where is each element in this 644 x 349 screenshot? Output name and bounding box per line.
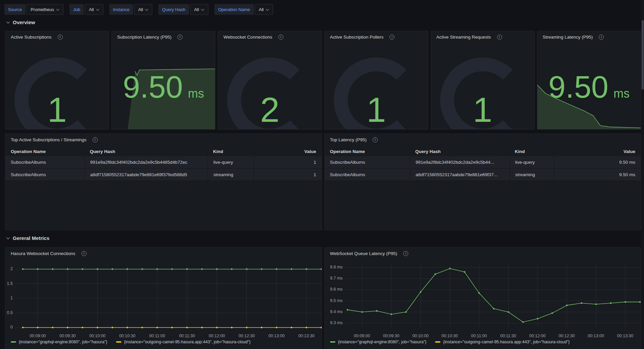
x-axis-tick-label: 00:11:30 [174,334,201,338]
info-icon[interactable] [82,251,87,256]
tables-row: Top Active Subscriptions / Streamings Op… [5,134,641,230]
y-axis-tick-label: 9.4 ms [325,309,343,314]
legend-item[interactable]: {instance="outgoing-camel-95.hasura.app:… [435,340,570,344]
y-axis-tick-label: 9.7 ms [325,276,343,281]
info-icon[interactable] [58,35,63,40]
chart-plot [345,263,641,332]
chart-plot [15,263,322,332]
legend-dash-icon [330,341,335,343]
gauge-value: 1 [325,92,428,127]
filter-label-query-hash: Query Hash [158,4,189,15]
legend-label: {instance="outgoing-camel-95.hasura.app:… [124,340,251,344]
legend-label: {instance="graphql-engine:8080", job="ha… [19,340,107,344]
cell-query-hash: a8df71580552317aabde79e881e69f37... [410,168,509,181]
section-header-general-metrics[interactable]: Gereral Metrics [7,235,49,241]
x-axis-tick-label: 00:10:00 [84,334,111,338]
info-icon[interactable] [373,137,378,142]
x-axis-tick-label: 00:09:30 [378,334,405,338]
panel-websocket-queue-latency: WebSocket Queue Latency (P95) {instance=… [324,247,641,349]
info-icon[interactable] [497,35,502,40]
x-axis-tick-label: 00:11:00 [144,334,171,338]
table-row: SubscribeAlbums 991e9a2f8dc34f402bdc2da2… [5,156,322,168]
section-header-overview[interactable]: Overview [7,19,35,25]
info-icon[interactable] [93,137,98,142]
y-axis-tick-label: 1.5 [5,281,13,286]
panel-subscription-latency: Subscription Latency (P95) 9.50 ms [111,31,215,130]
cell-query-hash: 991e9a2f8dc34f402bdc2da2e9c5b4485d4b72ec [85,156,208,168]
panel-title: Active Subscriptions [11,35,52,40]
table: Operation Name Query Hash Kind Value Sub… [5,147,322,181]
table: Operation Name Query Hash Kind Value Sub… [325,147,641,181]
info-icon[interactable] [278,35,283,40]
cell-value: 1 [254,168,322,181]
column-header-operation-name[interactable]: Operation Name [5,149,85,154]
panel-active-subscription-pollers: Active Subscription Pollers 1 [324,31,428,130]
panel-top-active-subscriptions: Top Active Subscriptions / Streamings Op… [5,134,322,230]
column-header-operation-name[interactable]: Operation Name [325,149,410,154]
x-axis-tick-label: 00:09:30 [54,334,81,338]
y-axis-tick-label: 0 [5,325,13,330]
cell-kind: live-query [208,156,254,168]
x-axis-tick-label: 00:12:00 [524,334,551,338]
legend-item[interactable]: {instance="outgoing-camel-95.hasura.app:… [116,340,251,344]
y-axis-tick-label: 9.8 ms [325,265,343,269]
filter-group-source: Source Prometheus [4,4,63,15]
panel-streaming-latency: Streaming Latency (P95) 9.50 ms [537,31,641,130]
legend-label: {instance="outgoing-camel-95.hasura.app:… [443,340,570,344]
cell-query-hash: a8df71580552317aabde79e881e69f37fed588d5 [85,168,208,181]
column-header-kind[interactable]: Kind [208,149,254,154]
info-icon[interactable] [389,35,394,40]
column-header-value[interactable]: Value [254,149,322,154]
panel-title: WebSocket Queue Latency (P95) [330,251,397,256]
grafana-dashboard: Source Prometheus Job All Instance All Q… [0,0,644,349]
filter-value-operation-name: All [259,7,264,12]
overview-panel-row: Active Subscriptions 1 Subscription Late… [5,31,641,130]
cell-operation-name: SubscribeAlbums [325,168,410,181]
legend-dash-icon [116,341,121,343]
filter-value-query-hash: All [194,7,199,12]
x-axis-tick-label: 00:10:30 [436,334,463,338]
chevron-down-icon [266,7,269,11]
column-header-value[interactable]: Value [554,149,641,154]
x-axis-tick-label: 00:13:00 [263,334,290,338]
info-icon[interactable] [599,35,604,40]
filter-label-operation-name: Operation Name [214,4,254,15]
chart-legend: {instance="graphql-engine:8080", job="ha… [330,340,570,344]
table-row: SubscribeAlbums a8df71580552317aabde79e8… [325,168,641,181]
chevron-down-icon [145,7,148,11]
filter-group-operation-name: Operation Name All [214,4,273,15]
filter-value-instance: All [138,7,143,12]
filter-group-query-hash: Query Hash All [158,4,208,15]
column-header-kind[interactable]: Kind [509,149,554,154]
column-header-query-hash[interactable]: Query Hash [410,149,509,154]
legend-item[interactable]: {instance="graphql-engine:8080", job="ha… [11,340,107,344]
filter-group-job: Job All [69,4,103,15]
filter-select-operation-name[interactable]: All [255,4,273,15]
legend-item[interactable]: {instance="graphql-engine:8080", job="ha… [330,340,427,344]
cell-value: 9.50 ms [554,168,641,181]
filter-select-source[interactable]: Prometheus [26,4,63,15]
info-icon[interactable] [403,251,408,256]
legend-dash-icon [11,341,16,343]
info-icon[interactable] [177,35,182,40]
cell-kind: streaming [509,168,554,181]
filter-select-instance[interactable]: All [134,4,152,15]
x-axis-tick-label: 00:10:30 [114,334,141,338]
filter-bar: Source Prometheus Job All Instance All Q… [4,4,273,15]
x-axis-tick-label: 00:12:00 [204,334,230,338]
y-axis-tick-label: 9.6 ms [325,287,343,292]
scrollbar [641,0,644,349]
panel-active-streaming-requests: Active Streaming Requests 1 [431,31,535,130]
chevron-down-icon [96,7,99,11]
filter-select-query-hash[interactable]: All [190,4,208,15]
column-header-query-hash[interactable]: Query Hash [85,149,208,154]
section-title: Gereral Metrics [13,235,49,241]
x-axis-tick-label: 00:10:00 [407,334,434,338]
chart-legend: {instance="graphql-engine:8080", job="ha… [11,340,251,344]
panel-title: Hasura Websocket Connections [11,251,75,256]
filter-select-job[interactable]: All [85,4,103,15]
scrollbar-thumb[interactable] [642,20,644,90]
cell-kind: streaming [208,168,254,181]
x-axis-tick-label: 00:11:00 [466,334,492,338]
x-axis-tick-label: 00:13:00 [583,334,609,338]
